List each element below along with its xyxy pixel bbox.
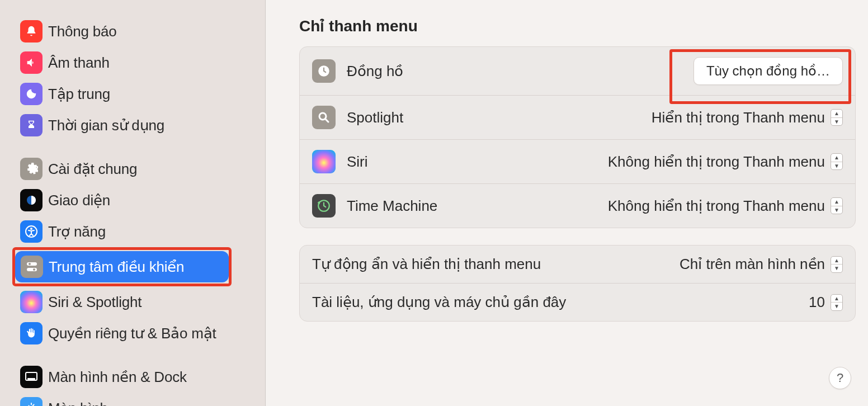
row-timemachine: Time Machine Không hiển thị trong Thanh … — [300, 184, 855, 228]
main-content: Chỉ thanh menu Đồng hồ Tùy chọn đồng hồ…… — [266, 0, 868, 406]
row-label: Tự động ẩn và hiển thị thanh menu — [312, 256, 541, 273]
hourglass-icon — [20, 114, 43, 136]
sidebar-item-displays[interactable]: Màn hình — [0, 393, 265, 406]
sidebar-item-label: Màn hình — [48, 400, 108, 407]
svg-rect-3 — [27, 262, 37, 266]
sidebar-item-sound[interactable]: Âm thanh — [0, 47, 265, 78]
sidebar-item-focus[interactable]: Tập trung — [0, 78, 265, 110]
sidebar-item-general[interactable]: Cài đặt chung — [0, 153, 265, 185]
display-icon — [20, 397, 43, 406]
row-clock: Đồng hồ Tùy chọn đồng hồ… — [300, 47, 855, 96]
accessibility-icon — [20, 220, 43, 243]
sidebar-item-label: Quyền riêng tư & Bảo mật — [48, 325, 216, 342]
chevron-updown-icon: ▲▼ — [831, 256, 843, 273]
row-spotlight: Spotlight Hiển thị trong Thanh menu ▲▼ — [300, 96, 855, 140]
auto-hide-panel: Tự động ẩn và hiển thị thanh menu Chỉ tr… — [299, 245, 856, 322]
sidebar-item-siri-spotlight[interactable]: Siri & Spotlight — [0, 286, 265, 318]
dock-icon — [20, 366, 43, 388]
moon-icon — [20, 83, 43, 105]
chevron-updown-icon: ▲▼ — [831, 153, 843, 170]
row-label: Đồng hồ — [347, 63, 403, 80]
svg-rect-8 — [27, 378, 35, 380]
sidebar-item-label: Màn hình nền & Dock — [48, 369, 187, 386]
row-label: Tài liệu, ứng dụng và máy chủ gần đây — [312, 294, 566, 311]
highlight-sidebar: Trung tâm điều khiển — [12, 247, 232, 286]
sidebar-item-label: Giao diện — [48, 192, 110, 209]
sidebar-item-label: Siri & Spotlight — [48, 294, 141, 311]
siri-select[interactable]: Không hiển thị trong Thanh menu ▲▼ — [608, 153, 843, 171]
control-center-icon — [21, 256, 43, 278]
svg-point-6 — [33, 268, 35, 271]
bell-icon — [20, 20, 43, 43]
section-title: Chỉ thanh menu — [299, 17, 856, 35]
sidebar-item-privacy[interactable]: Quyền riêng tư & Bảo mật — [0, 318, 265, 349]
row-label: Time Machine — [347, 197, 437, 215]
help-button[interactable]: ? — [829, 367, 851, 389]
sidebar-item-screentime[interactable]: Thời gian sử dụng — [0, 110, 265, 141]
svg-rect-4 — [27, 268, 37, 271]
sidebar-item-label: Trợ năng — [48, 223, 106, 240]
sidebar: Thông báo Âm thanh Tập trung Thời gian s… — [0, 0, 266, 406]
timemachine-select[interactable]: Không hiển thị trong Thanh menu ▲▼ — [608, 197, 843, 215]
spotlight-select[interactable]: Hiển thị trong Thanh menu ▲▼ — [652, 109, 843, 126]
sidebar-item-label: Cài đặt chung — [48, 160, 137, 178]
row-label: Siri — [347, 153, 368, 171]
chevron-updown-icon: ▲▼ — [831, 109, 843, 126]
siri-icon — [312, 150, 336, 173]
row-autohide: Tự động ẩn và hiển thị thanh menu Chỉ tr… — [300, 246, 855, 284]
sidebar-item-label: Tập trung — [48, 86, 110, 103]
timemachine-icon — [312, 194, 336, 218]
hand-icon — [20, 322, 43, 344]
menu-bar-only-panel: Đồng hồ Tùy chọn đồng hồ… Spotlight Hiển… — [299, 46, 856, 228]
row-label: Spotlight — [347, 109, 403, 126]
row-siri: Siri Không hiển thị trong Thanh menu ▲▼ — [300, 140, 855, 184]
sidebar-item-label: Thông báo — [48, 23, 117, 40]
sidebar-item-label: Âm thanh — [48, 54, 110, 72]
sound-icon — [20, 51, 43, 74]
sidebar-item-notifications[interactable]: Thông báo — [0, 16, 265, 47]
sidebar-item-desktop-dock[interactable]: Màn hình nền & Dock — [0, 361, 265, 393]
chevron-updown-icon: ▲▼ — [831, 294, 843, 311]
chevron-updown-icon: ▲▼ — [831, 197, 843, 214]
clock-icon — [312, 59, 336, 83]
recent-items-select[interactable]: 10 ▲▼ — [809, 294, 843, 311]
row-recent-items: Tài liệu, ứng dụng và máy chủ gần đây 10… — [300, 284, 855, 321]
svg-point-5 — [29, 263, 31, 265]
clock-options-button[interactable]: Tùy chọn đồng hồ… — [694, 57, 843, 85]
sidebar-item-control-center[interactable]: Trung tâm điều khiển — [15, 251, 229, 282]
gear-icon — [20, 158, 43, 180]
sidebar-item-accessibility[interactable]: Trợ năng — [0, 216, 265, 247]
sidebar-item-label: Trung tâm điều khiển — [49, 258, 184, 276]
sidebar-item-appearance[interactable]: Giao diện — [0, 185, 265, 216]
svg-point-2 — [30, 228, 32, 230]
autohide-select[interactable]: Chỉ trên màn hình nền ▲▼ — [680, 256, 843, 273]
sidebar-item-label: Thời gian sử dụng — [48, 117, 164, 134]
siri-icon — [20, 291, 43, 313]
search-icon — [312, 106, 336, 129]
appearance-icon — [20, 189, 43, 211]
